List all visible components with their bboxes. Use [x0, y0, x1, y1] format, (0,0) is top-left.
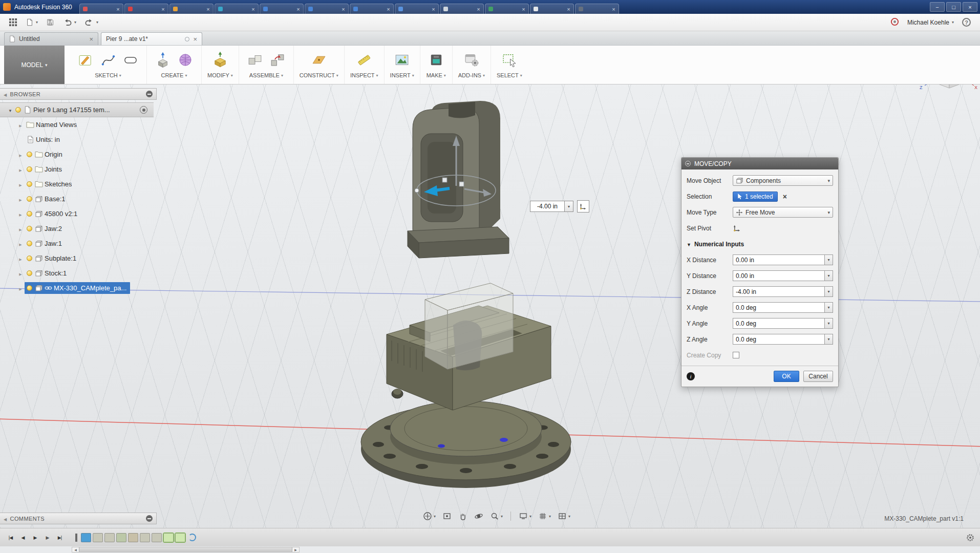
y-distance-input[interactable]: [733, 270, 825, 281]
measure-icon[interactable]: [354, 50, 374, 70]
close-button[interactable]: [963, 2, 977, 12]
save-button[interactable]: [44, 16, 57, 28]
feature-icon[interactable]: [116, 533, 126, 542]
background-window-tab[interactable]: [215, 4, 259, 14]
insert-image-icon[interactable]: [392, 50, 412, 70]
tree-item-base[interactable]: Base:1: [0, 192, 157, 206]
tab-close-icon[interactable]: [522, 6, 525, 13]
feature-selected-icon[interactable]: [175, 533, 185, 542]
scrollbar-thumb[interactable]: [79, 547, 292, 552]
x-angle-input[interactable]: [733, 302, 825, 313]
background-window-tab[interactable]: [440, 4, 484, 14]
pan-icon[interactable]: [457, 511, 468, 522]
background-window-tab[interactable]: [485, 4, 529, 14]
visibility-bulb-icon[interactable]: [27, 256, 32, 261]
go-to-end-button[interactable]: [54, 533, 65, 543]
document-tab-untitled[interactable]: Untitled: [4, 32, 98, 45]
ribbon-group-label[interactable]: CONSTRUCT: [300, 72, 338, 78]
expander-icon[interactable]: [16, 195, 25, 203]
tree-item-label[interactable]: Named Views: [36, 121, 77, 129]
canvas-feature-icon[interactable]: [81, 533, 91, 542]
tab-close-icon[interactable]: [251, 6, 254, 13]
tree-item-sketches[interactable]: Sketches: [0, 177, 157, 192]
tab-close-icon[interactable]: [296, 6, 300, 13]
ribbon-group-label[interactable]: CREATE: [161, 72, 187, 78]
tab-close-icon[interactable]: [161, 6, 164, 13]
zoom-icon[interactable]: [489, 511, 504, 522]
comments-header[interactable]: COMMENTS: [0, 513, 157, 524]
tab-close-icon[interactable]: [206, 6, 209, 13]
ribbon-group-label[interactable]: INSERT: [390, 72, 414, 78]
tab-close-icon[interactable]: [193, 35, 197, 43]
maximize-button[interactable]: [946, 2, 961, 12]
tree-item-label[interactable]: MX-330_CAMplete_pa...: [54, 284, 126, 292]
undo-button[interactable]: [60, 16, 79, 28]
cancel-button[interactable]: Cancel: [803, 371, 833, 382]
plane-move-handle[interactable]: [442, 178, 447, 182]
visibility-bulb-icon[interactable]: [27, 152, 32, 157]
3d-print-icon[interactable]: [426, 50, 446, 70]
collapse-panel-icon[interactable]: [4, 91, 7, 97]
go-to-start-button[interactable]: [5, 533, 16, 543]
background-window-tab[interactable]: [395, 4, 439, 14]
scroll-left-icon[interactable]: [72, 547, 79, 552]
y-angle-dropdown-icon[interactable]: [825, 318, 833, 329]
background-window-tab[interactable]: [305, 4, 349, 14]
tree-item-label[interactable]: Jaw:1: [45, 240, 62, 247]
tab-close-icon[interactable]: [387, 6, 390, 13]
expander-icon[interactable]: [16, 151, 25, 158]
rotate-point-handle[interactable]: [415, 188, 419, 193]
press-pull-icon[interactable]: [210, 50, 230, 70]
x-angle-dropdown-icon[interactable]: [825, 302, 833, 313]
expander-icon[interactable]: [16, 240, 25, 247]
y-distance-dropdown-icon[interactable]: [825, 270, 833, 281]
record-icon[interactable]: [890, 17, 899, 28]
selection-badge[interactable]: 1 selected: [733, 192, 778, 202]
tree-item-label[interactable]: Pier 9 Lang 147155 tem...: [33, 106, 110, 114]
slot-icon[interactable]: [120, 50, 141, 70]
expander-icon[interactable]: [6, 106, 14, 114]
expander-icon[interactable]: [16, 225, 25, 232]
activate-component-icon[interactable]: [140, 106, 147, 114]
visibility-bulb-icon[interactable]: [27, 211, 32, 217]
visibility-bulb-icon[interactable]: [27, 241, 32, 246]
tree-item-stock[interactable]: Stock:1: [0, 266, 157, 281]
apps-grid-icon[interactable]: [6, 16, 20, 28]
feature-icon[interactable]: [104, 533, 115, 542]
z-distance-input[interactable]: [733, 286, 825, 297]
background-window-tab[interactable]: [124, 4, 168, 14]
background-window-tab[interactable]: [575, 4, 619, 14]
workspace-switcher[interactable]: MODEL: [4, 46, 65, 84]
scripts-addins-icon[interactable]: [461, 50, 482, 70]
display-settings-icon[interactable]: [518, 511, 532, 522]
background-window-tab[interactable]: [350, 4, 394, 14]
info-icon[interactable]: [687, 372, 695, 380]
ribbon-group-label[interactable]: SKETCH: [95, 72, 121, 78]
background-window-tab[interactable]: [169, 4, 214, 14]
tree-item-units[interactable]: Units: in: [0, 132, 157, 147]
feature-icon[interactable]: [128, 533, 138, 542]
panel-minimize-icon[interactable]: [146, 91, 153, 97]
visibility-bulb-icon[interactable]: [27, 166, 32, 172]
construction-plane-icon[interactable]: [309, 50, 329, 70]
distance-dropdown-icon[interactable]: [565, 201, 573, 212]
step-forward-button[interactable]: [42, 533, 53, 543]
set-pivot-button[interactable]: [733, 224, 741, 232]
collapse-panel-icon[interactable]: [4, 516, 7, 522]
tree-item-subplate[interactable]: Subplate:1: [0, 251, 157, 266]
tree-item-label[interactable]: Stock:1: [45, 269, 67, 277]
minimize-button[interactable]: [930, 2, 945, 12]
refresh-icon[interactable]: [187, 533, 197, 542]
select-icon[interactable]: [499, 50, 520, 70]
tab-close-icon[interactable]: [89, 35, 93, 43]
move-type-select[interactable]: Free Move: [733, 207, 833, 218]
tree-item-jaw1[interactable]: Jaw:1: [0, 236, 157, 251]
z-angle-dropdown-icon[interactable]: [825, 334, 833, 345]
create-form-icon[interactable]: [175, 50, 196, 70]
visibility-bulb-icon[interactable]: [27, 196, 32, 202]
ribbon-group-label[interactable]: MODIFY: [207, 72, 233, 78]
clear-selection-icon[interactable]: [783, 193, 787, 201]
plane-move-handle[interactable]: [459, 182, 464, 186]
expander-icon[interactable]: [16, 210, 25, 218]
grid-settings-icon[interactable]: [537, 511, 552, 522]
